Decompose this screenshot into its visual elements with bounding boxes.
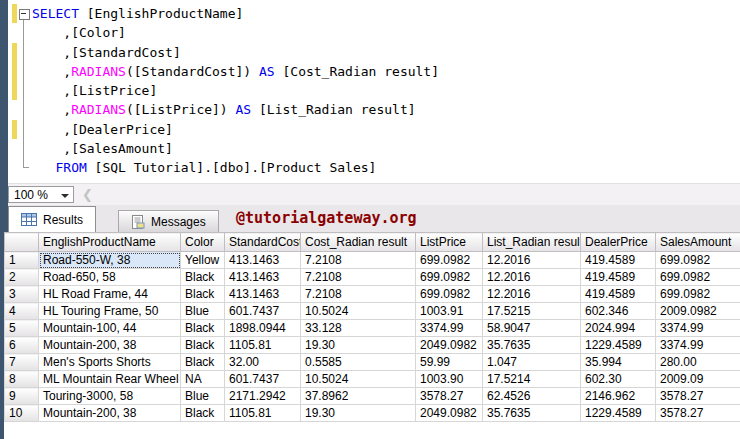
- cell[interactable]: Touring-3000, 58: [39, 388, 181, 405]
- cell[interactable]: 62.4526: [483, 388, 581, 405]
- cell[interactable]: 2171.2942: [225, 388, 301, 405]
- cell[interactable]: 33.128: [301, 320, 416, 337]
- cell[interactable]: HL Touring Frame, 50: [39, 303, 181, 320]
- column-header-standardcost[interactable]: StandardCost: [225, 233, 301, 252]
- cell[interactable]: 7.2108: [301, 269, 416, 286]
- cell[interactable]: 419.4589: [581, 286, 656, 303]
- cell[interactable]: 12.2016: [483, 252, 581, 269]
- cell[interactable]: 19.30: [301, 337, 416, 354]
- cell[interactable]: 1003.90: [416, 371, 483, 388]
- cell[interactable]: 699.0982: [416, 252, 483, 269]
- cell[interactable]: 602.30: [581, 371, 656, 388]
- cell[interactable]: Blue: [181, 388, 225, 405]
- row-number[interactable]: 10: [5, 405, 39, 422]
- cell[interactable]: 699.0982: [656, 252, 740, 269]
- cell[interactable]: Black: [181, 269, 225, 286]
- cell[interactable]: 419.4589: [581, 252, 656, 269]
- code-line[interactable]: ,[DealerPrice]: [8, 120, 740, 139]
- h-scrollbar-left-arrow[interactable]: ❮: [82, 187, 93, 203]
- cell[interactable]: 1898.0944: [225, 320, 301, 337]
- cell[interactable]: 601.7437: [225, 303, 301, 320]
- row-number[interactable]: 6: [5, 337, 39, 354]
- code-line[interactable]: FROM [SQL Tutorial].[dbo].[Product Sales…: [8, 158, 740, 177]
- cell[interactable]: Black: [181, 320, 225, 337]
- row-number[interactable]: 7: [5, 354, 39, 371]
- cell[interactable]: 12.2016: [483, 286, 581, 303]
- cell[interactable]: 7.2108: [301, 252, 416, 269]
- cell[interactable]: Black: [181, 405, 225, 422]
- column-header-color[interactable]: Color: [181, 233, 225, 252]
- cell[interactable]: 699.0982: [656, 269, 740, 286]
- row-number[interactable]: 1: [5, 252, 39, 269]
- cell[interactable]: 3374.99: [656, 320, 740, 337]
- cell[interactable]: Blue: [181, 303, 225, 320]
- cell[interactable]: Men's Sports Shorts: [39, 354, 181, 371]
- cell[interactable]: 10.5024: [301, 371, 416, 388]
- cell[interactable]: 1229.4589: [581, 337, 656, 354]
- cell[interactable]: 699.0982: [416, 286, 483, 303]
- cell[interactable]: 1229.4589: [581, 405, 656, 422]
- query-editor[interactable]: SELECT [EnglishProductName] ,[Color] ,[S…: [8, 0, 740, 183]
- cell[interactable]: 2009.0982: [656, 303, 740, 320]
- column-header-listprice[interactable]: ListPrice: [416, 233, 483, 252]
- cell[interactable]: 7.2108: [301, 286, 416, 303]
- cell[interactable]: 1105.81: [225, 337, 301, 354]
- zoom-level-select[interactable]: 100 %: [8, 186, 74, 203]
- row-number[interactable]: 2: [5, 269, 39, 286]
- column-header-list_radian-result[interactable]: List_Radian result: [483, 233, 581, 252]
- column-header-cost_radian-result[interactable]: Cost_Radian result: [301, 233, 416, 252]
- cell[interactable]: 3578.27: [656, 388, 740, 405]
- cell[interactable]: Mountain-200, 38: [39, 337, 181, 354]
- cell[interactable]: 3578.27: [656, 405, 740, 422]
- cell[interactable]: 601.7437: [225, 371, 301, 388]
- column-header-salesamount[interactable]: SalesAmount: [656, 233, 740, 252]
- cell[interactable]: Black: [181, 354, 225, 371]
- cell[interactable]: Mountain-100, 44: [39, 320, 181, 337]
- code-line[interactable]: SELECT [EnglishProductName]: [8, 4, 740, 23]
- cell[interactable]: 3374.99: [656, 337, 740, 354]
- code-line[interactable]: ,[ListPrice]: [8, 81, 740, 100]
- cell[interactable]: Black: [181, 286, 225, 303]
- cell[interactable]: ML Mountain Rear Wheel: [39, 371, 181, 388]
- cell[interactable]: 3578.27: [416, 388, 483, 405]
- cell[interactable]: Black: [181, 337, 225, 354]
- column-header-dealerprice[interactable]: DealerPrice: [581, 233, 656, 252]
- cell[interactable]: Yellow: [181, 252, 225, 269]
- cell[interactable]: 37.8962: [301, 388, 416, 405]
- code-line[interactable]: ,RADIANS([StandardCost]) AS [Cost_Radian…: [8, 62, 740, 81]
- cell[interactable]: 2009.09: [656, 371, 740, 388]
- cell[interactable]: 2049.0982: [416, 405, 483, 422]
- cell[interactable]: 0.5585: [301, 354, 416, 371]
- cell[interactable]: 699.0982: [656, 286, 740, 303]
- cell[interactable]: NA: [181, 371, 225, 388]
- cell[interactable]: 35.994: [581, 354, 656, 371]
- cell[interactable]: 35.7635: [483, 405, 581, 422]
- cell[interactable]: 58.9047: [483, 320, 581, 337]
- code-line[interactable]: ,RADIANS([ListPrice]) AS [List_Radian re…: [8, 100, 740, 119]
- cell[interactable]: 413.1463: [225, 286, 301, 303]
- cell[interactable]: 19.30: [301, 405, 416, 422]
- row-number[interactable]: 4: [5, 303, 39, 320]
- row-number[interactable]: 8: [5, 371, 39, 388]
- select-all-corner[interactable]: [5, 233, 39, 252]
- cell[interactable]: 413.1463: [225, 252, 301, 269]
- cell[interactable]: 1003.91: [416, 303, 483, 320]
- code-lines[interactable]: SELECT [EnglishProductName] ,[Color] ,[S…: [8, 4, 740, 178]
- cell[interactable]: 419.4589: [581, 269, 656, 286]
- cell[interactable]: 32.00: [225, 354, 301, 371]
- cell[interactable]: 35.7635: [483, 337, 581, 354]
- cell[interactable]: 2146.962: [581, 388, 656, 405]
- cell[interactable]: 1.047: [483, 354, 581, 371]
- code-line[interactable]: ,[StandardCost]: [8, 43, 740, 62]
- collapse-region-icon[interactable]: [19, 9, 30, 20]
- code-line[interactable]: ,[Color]: [8, 23, 740, 42]
- row-number[interactable]: 3: [5, 286, 39, 303]
- cell[interactable]: Road-550-W, 38: [39, 252, 181, 269]
- cell[interactable]: 413.1463: [225, 269, 301, 286]
- cell[interactable]: 602.346: [581, 303, 656, 320]
- cell[interactable]: 59.99: [416, 354, 483, 371]
- row-number[interactable]: 5: [5, 320, 39, 337]
- cell[interactable]: HL Road Frame, 44: [39, 286, 181, 303]
- column-header-englishproductname[interactable]: EnglishProductName: [39, 233, 181, 252]
- cell[interactable]: 2024.994: [581, 320, 656, 337]
